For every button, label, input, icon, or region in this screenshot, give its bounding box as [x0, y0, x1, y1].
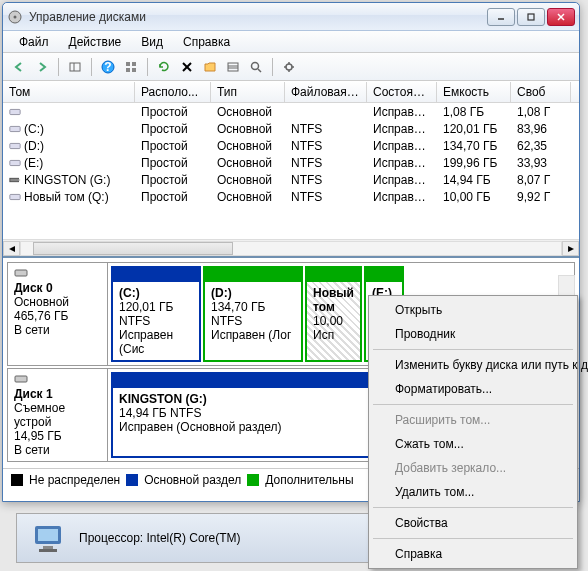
svg-point-23 [252, 62, 259, 69]
svg-rect-20 [228, 63, 238, 71]
col-tom[interactable]: Том [3, 82, 135, 102]
list-icon [226, 60, 240, 74]
x-icon [180, 60, 194, 74]
volume-row[interactable]: ПростойОсновнойИсправен...1,08 ГБ1,08 Г [3, 103, 579, 120]
refresh-button[interactable] [154, 57, 174, 77]
svg-rect-33 [15, 270, 27, 276]
partition-d-selected[interactable]: (D:)134,70 ГБ NTFSИсправен (Лог [203, 266, 303, 362]
col-status[interactable]: Состояние [367, 82, 437, 102]
svg-rect-28 [10, 143, 20, 148]
search-icon [249, 60, 263, 74]
legend-primary-color [126, 474, 138, 486]
scroll-left[interactable]: ◂ [3, 241, 20, 256]
delete-button[interactable] [177, 57, 197, 77]
ctx-explorer[interactable]: Проводник [371, 322, 575, 346]
menu-file[interactable]: Файл [9, 33, 59, 51]
svg-rect-30 [10, 178, 19, 181]
scroll-thumb[interactable] [33, 242, 233, 255]
options-button[interactable] [279, 57, 299, 77]
ctx-shrink[interactable]: Сжать том... [371, 432, 575, 456]
svg-rect-2 [43, 546, 53, 549]
app-icon [7, 9, 23, 25]
svg-point-25 [286, 64, 292, 70]
context-menu: Открыть Проводник Изменить букву диска и… [368, 295, 578, 569]
menu-view[interactable]: Вид [131, 33, 173, 51]
toolbar: ? [3, 53, 579, 81]
settings-button[interactable] [200, 57, 220, 77]
close-button[interactable] [547, 8, 575, 26]
svg-rect-31 [18, 179, 20, 181]
disk-icon [14, 268, 28, 278]
legend-extended-color [247, 474, 259, 486]
titlebar[interactable]: Управление дисками [3, 3, 579, 31]
volume-row[interactable]: KINGSTON (G:)ПростойОсновнойNTFSИсправен… [3, 171, 579, 188]
svg-rect-32 [10, 194, 20, 199]
svg-rect-16 [126, 68, 130, 72]
partition-c[interactable]: (C:)120,01 ГБ NTFSИсправен (Сис [111, 266, 201, 362]
arrow-left-icon [12, 60, 26, 74]
volume-row[interactable]: Новый том (Q:)ПростойОсновнойNTFSИсправе… [3, 188, 579, 205]
minimize-button[interactable] [487, 8, 515, 26]
col-layout[interactable]: Располо... [135, 82, 211, 102]
cpu-info: Процессор: Intel(R) Core(TM) [79, 531, 241, 545]
disk-1-label[interactable]: Диск 1 Съемное устрой 14,95 ГБ В сети [8, 369, 108, 461]
legend-unallocated-color [11, 474, 23, 486]
ctx-change-letter[interactable]: Изменить букву диска или путь к дис [371, 353, 575, 377]
svg-rect-10 [70, 63, 80, 71]
help-button[interactable]: ? [98, 57, 118, 77]
gear-icon [282, 60, 296, 74]
scroll-right[interactable]: ▸ [562, 241, 579, 256]
col-free[interactable]: Своб [511, 82, 571, 102]
svg-rect-3 [39, 549, 57, 552]
arrow-right-icon [35, 60, 49, 74]
volume-row[interactable]: (C:)ПростойОсновнойNTFSИсправен...120,01… [3, 120, 579, 137]
horizontal-scrollbar[interactable]: ◂ ▸ [3, 239, 579, 256]
col-fs[interactable]: Файловая с... [285, 82, 367, 102]
show-hide-button[interactable] [65, 57, 85, 77]
column-headers[interactable]: Том Располо... Тип Файловая с... Состоян… [3, 81, 579, 103]
maximize-button[interactable] [517, 8, 545, 26]
svg-text:?: ? [104, 60, 111, 74]
svg-rect-7 [528, 14, 534, 20]
computer-icon [29, 518, 69, 558]
panel-icon [68, 60, 82, 74]
svg-point-5 [14, 15, 17, 18]
list-button[interactable] [223, 57, 243, 77]
svg-rect-27 [10, 126, 20, 131]
folder-icon [203, 60, 217, 74]
svg-rect-26 [10, 109, 20, 114]
svg-rect-0 [35, 526, 61, 544]
col-type[interactable]: Тип [211, 82, 285, 102]
svg-rect-14 [126, 62, 130, 66]
help-icon: ? [101, 60, 115, 74]
volume-list[interactable]: Том Располо... Тип Файловая с... Состоян… [3, 81, 579, 239]
back-button[interactable] [9, 57, 29, 77]
forward-button[interactable] [32, 57, 52, 77]
grid-icon [124, 60, 138, 74]
partition-new-volume[interactable]: Новый том10,00Исп [305, 266, 362, 362]
svg-rect-34 [15, 376, 27, 382]
ctx-properties[interactable]: Свойства [371, 511, 575, 535]
volume-row[interactable]: (E:)ПростойОсновнойNTFSИсправен...199,96… [3, 154, 579, 171]
menu-help[interactable]: Справка [173, 33, 240, 51]
properties-button[interactable] [121, 57, 141, 77]
menubar: Файл Действие Вид Справка [3, 31, 579, 53]
menu-action[interactable]: Действие [59, 33, 132, 51]
ctx-extend: Расширить том... [371, 408, 575, 432]
ctx-mirror: Добавить зеркало... [371, 456, 575, 480]
find-button[interactable] [246, 57, 266, 77]
ctx-open[interactable]: Открыть [371, 298, 575, 322]
ctx-format[interactable]: Форматировать... [371, 377, 575, 401]
volume-row[interactable]: (D:)ПростойОсновнойNTFSИсправен...134,70… [3, 137, 579, 154]
disk-0-label[interactable]: Диск 0 Основной 465,76 ГБ В сети [8, 263, 108, 365]
legend-primary: Основной раздел [144, 473, 241, 487]
ctx-help[interactable]: Справка [371, 542, 575, 566]
disk-icon [14, 374, 28, 384]
window-title: Управление дисками [29, 10, 487, 24]
svg-rect-17 [132, 68, 136, 72]
svg-rect-15 [132, 62, 136, 66]
svg-rect-1 [38, 529, 58, 541]
refresh-icon [157, 60, 171, 74]
col-capacity[interactable]: Емкость [437, 82, 511, 102]
ctx-delete[interactable]: Удалить том... [371, 480, 575, 504]
